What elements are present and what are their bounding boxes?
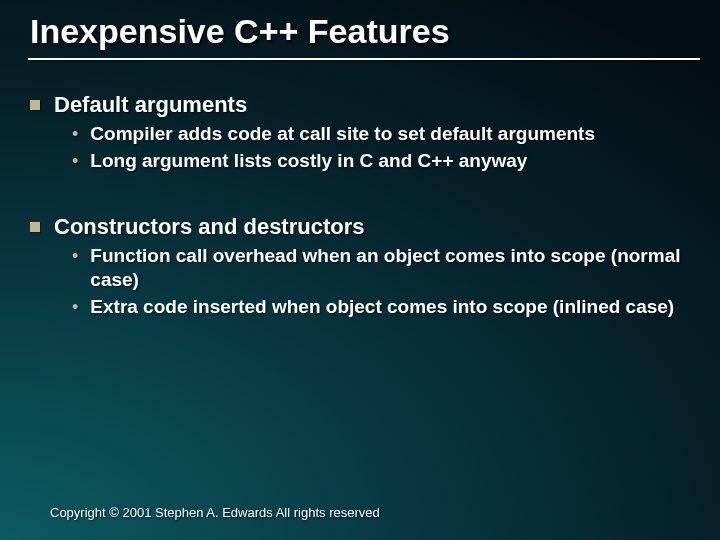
bullet-text: Compiler adds code at call site to set d… xyxy=(90,122,595,146)
square-bullet-icon xyxy=(30,100,40,110)
dot-bullet-icon: • xyxy=(72,295,78,319)
spacer xyxy=(30,176,690,202)
dot-bullet-icon: • xyxy=(72,122,78,146)
list-item: Default arguments xyxy=(30,92,690,118)
section-heading: Default arguments xyxy=(54,92,247,118)
dot-bullet-icon: • xyxy=(72,149,78,173)
bullet-text: Function call overhead when an object co… xyxy=(90,244,690,292)
bullet-text: Extra code inserted when object comes in… xyxy=(90,295,674,319)
list-item: • Extra code inserted when object comes … xyxy=(72,295,690,319)
slide: Inexpensive C++ Features Default argumen… xyxy=(0,0,720,540)
list-item: • Long argument lists costly in C and C+… xyxy=(72,149,690,173)
copyright-footer: Copyright © 2001 Stephen A. Edwards All … xyxy=(50,505,380,520)
dot-bullet-icon: • xyxy=(72,244,78,268)
list-item: • Compiler adds code at call site to set… xyxy=(72,122,690,146)
slide-title: Inexpensive C++ Features xyxy=(30,12,690,51)
square-bullet-icon xyxy=(30,222,40,232)
bullet-text: Long argument lists costly in C and C++ … xyxy=(90,149,527,173)
section-heading: Constructors and destructors xyxy=(54,214,365,240)
list-item: Constructors and destructors xyxy=(30,214,690,240)
title-underline xyxy=(28,58,700,60)
list-item: • Function call overhead when an object … xyxy=(72,244,690,292)
slide-content: Default arguments • Compiler adds code a… xyxy=(30,80,690,322)
